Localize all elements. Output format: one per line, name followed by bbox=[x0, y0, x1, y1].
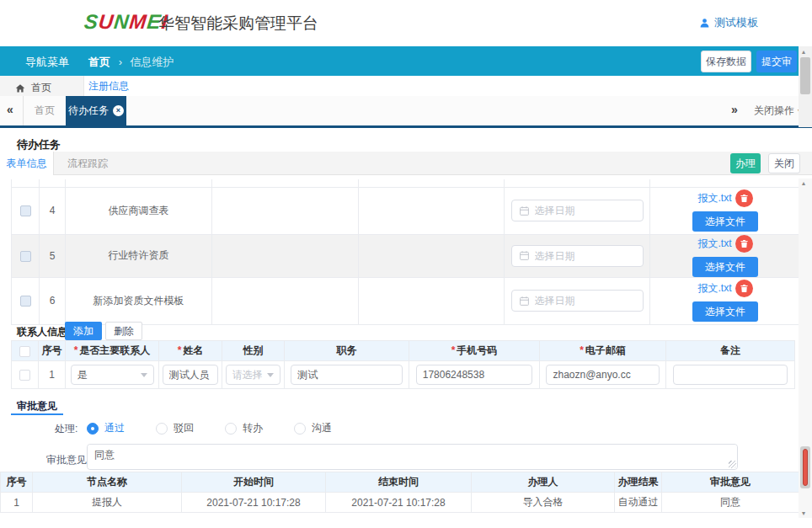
remark-input[interactable] bbox=[673, 365, 788, 385]
app-title: 华智智能采购管理平台 bbox=[158, 13, 318, 35]
save-data-button[interactable]: 保存数据 bbox=[701, 51, 751, 72]
handle-radio-group: 处理: 通过 驳回 转办 沟通 bbox=[87, 421, 363, 435]
breadcrumb-current: 信息维护 bbox=[131, 56, 174, 68]
add-contact-button[interactable]: 添加 bbox=[65, 322, 102, 340]
chevron-down-icon bbox=[267, 373, 274, 377]
row-name: 供应商调查表 bbox=[66, 187, 212, 234]
col-phone: 手机号码 bbox=[457, 344, 497, 356]
contacts-header-row: 序号 *是否主要联系人 *姓名 性别 职务 *手机号码 *电子邮箱 备注 bbox=[12, 341, 795, 361]
radio-communicate[interactable]: 沟通 bbox=[294, 421, 332, 435]
email-input[interactable] bbox=[546, 365, 659, 385]
nav-menu-toggle[interactable]: 导航菜单 bbox=[25, 55, 69, 70]
approval-section-label: 审批意见 bbox=[17, 399, 57, 413]
scrollbar-thumb[interactable] bbox=[800, 446, 810, 488]
scroll-tabs-left-button[interactable] bbox=[0, 96, 24, 125]
chevron-down-icon bbox=[141, 373, 147, 377]
close-panel-button[interactable]: 关闭 bbox=[768, 153, 800, 173]
radio-transfer[interactable]: 转办 bbox=[225, 421, 263, 435]
panel-tab-strip: 表单信息 流程跟踪 bbox=[0, 152, 812, 175]
select-all-checkbox[interactable] bbox=[19, 346, 30, 357]
panel-scrollbar[interactable] bbox=[799, 179, 812, 518]
choose-file-button[interactable]: 选择文件 bbox=[692, 257, 758, 277]
history-opinion: 同意 bbox=[662, 493, 799, 513]
submit-review-button[interactable]: 提交审核 bbox=[756, 51, 797, 72]
history-header-row: 序号 节点名称 开始时间 结束时间 办理人 办理结果 审批意见 bbox=[1, 472, 799, 493]
col-result: 办理结果 bbox=[615, 472, 662, 493]
date-picker[interactable] bbox=[511, 290, 644, 312]
radio-reject-label: 驳回 bbox=[174, 421, 194, 435]
close-operations-dropdown[interactable]: 关闭操作 bbox=[754, 96, 802, 125]
sidebar-item-home[interactable]: 首页 bbox=[15, 81, 51, 95]
contact-seq: 1 bbox=[39, 361, 66, 389]
col-primary: 是否主要联系人 bbox=[79, 344, 150, 356]
register-info-link[interactable]: 注册信息 bbox=[88, 79, 129, 93]
history-end: 2021-07-21 10:17:28 bbox=[326, 493, 472, 513]
row-checkbox[interactable] bbox=[20, 205, 31, 216]
scroll-up-icon[interactable] bbox=[802, 179, 805, 187]
page-scrollbar[interactable] bbox=[799, 46, 812, 127]
required-marker: * bbox=[178, 344, 182, 356]
contacts-header: 联系人信息 添加 删除 bbox=[11, 322, 794, 340]
delete-file-button[interactable] bbox=[735, 235, 753, 253]
resize-handle[interactable] bbox=[729, 461, 736, 468]
col-gender: 性别 bbox=[222, 341, 285, 361]
radio-reject[interactable]: 驳回 bbox=[156, 421, 194, 435]
radio-icon bbox=[156, 423, 168, 435]
row-checkbox[interactable] bbox=[19, 370, 30, 381]
radio-pass-label: 通过 bbox=[104, 421, 125, 435]
tab-close-icon[interactable] bbox=[113, 105, 124, 116]
opinion-box bbox=[87, 444, 738, 470]
user-menu[interactable]: 测试模板 bbox=[699, 15, 758, 30]
tab-todo-tasks[interactable]: 待办任务 bbox=[66, 96, 126, 125]
row-checkbox[interactable] bbox=[20, 296, 31, 307]
scroll-up-icon[interactable] bbox=[802, 48, 805, 56]
scroll-tabs-right-button[interactable] bbox=[724, 96, 748, 125]
user-icon bbox=[699, 18, 710, 29]
history-handler: 导入合格 bbox=[472, 493, 615, 513]
trash-icon bbox=[740, 239, 749, 248]
delete-contact-button[interactable]: 删除 bbox=[105, 322, 142, 340]
date-input[interactable] bbox=[535, 205, 636, 216]
scrollbar-thumb[interactable] bbox=[800, 57, 810, 94]
tab-strip: 首页 待办任务 关闭操作 bbox=[0, 96, 812, 128]
row-name: 新添加资质文件模板 bbox=[66, 277, 212, 324]
radio-pass[interactable]: 通过 bbox=[87, 421, 125, 435]
primary-contact-value: 是 bbox=[77, 368, 88, 382]
phone-input[interactable] bbox=[416, 365, 533, 385]
scroll-down-icon[interactable] bbox=[802, 509, 805, 517]
tab-flow-track[interactable]: 流程跟踪 bbox=[54, 152, 121, 175]
tab-home[interactable]: 首页 bbox=[24, 96, 66, 125]
contacts-section-label: 联系人信息 bbox=[17, 325, 67, 339]
file-link[interactable]: 报文.txt bbox=[697, 237, 731, 251]
col-node: 节点名称 bbox=[33, 472, 182, 493]
app-window: SUNMEI 华智智能采购管理平台 测试模板 导航菜单 首页 › 信息维护 保存… bbox=[0, 0, 812, 528]
delete-file-button[interactable] bbox=[735, 189, 753, 207]
history-seq: 1 bbox=[1, 493, 33, 513]
choose-file-button[interactable]: 选择文件 bbox=[692, 211, 758, 232]
radio-icon bbox=[294, 423, 306, 435]
history-row: 1 提报人 2021-07-21 10:17:28 2021-07-21 10:… bbox=[1, 493, 799, 513]
choose-file-button[interactable]: 选择文件 bbox=[692, 301, 758, 322]
handle-button[interactable]: 办理 bbox=[730, 153, 761, 173]
file-link[interactable]: 报文.txt bbox=[697, 191, 731, 205]
date-picker[interactable] bbox=[511, 245, 644, 267]
history-result: 自动通过 bbox=[615, 493, 662, 513]
tab-form-info[interactable]: 表单信息 bbox=[0, 152, 54, 175]
file-link[interactable]: 报文.txt bbox=[697, 281, 731, 296]
row-checkbox[interactable] bbox=[20, 251, 31, 262]
primary-contact-select[interactable]: 是 bbox=[71, 365, 154, 385]
opinion-label-text: 审批意见: bbox=[46, 454, 89, 466]
job-input[interactable] bbox=[291, 365, 402, 385]
top-header: SUNMEI 华智智能采购管理平台 测试模板 bbox=[0, 0, 812, 46]
date-picker[interactable] bbox=[511, 200, 644, 221]
date-input[interactable] bbox=[535, 295, 636, 307]
contact-row: 1 是 请选择 bbox=[12, 361, 795, 389]
delete-file-button[interactable] bbox=[735, 280, 753, 297]
opinion-textarea[interactable] bbox=[88, 445, 737, 469]
contact-name-input[interactable] bbox=[163, 365, 219, 385]
date-input[interactable] bbox=[535, 250, 636, 262]
breadcrumb-home[interactable]: 首页 bbox=[88, 56, 110, 68]
gender-select[interactable]: 请选择 bbox=[226, 365, 281, 385]
user-name: 测试模板 bbox=[714, 15, 758, 30]
inner-scrollbar-thumb[interactable] bbox=[803, 449, 808, 486]
